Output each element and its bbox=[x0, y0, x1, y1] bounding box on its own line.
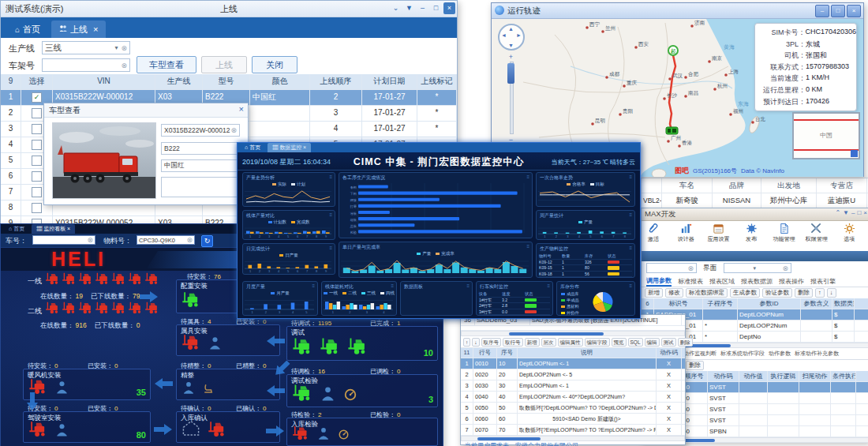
popup-field[interactable]: B222 bbox=[161, 142, 240, 155]
toolbar-button[interactable]: 层次 bbox=[541, 338, 556, 347]
checkbox[interactable]: ✓ bbox=[32, 92, 42, 103]
tab[interactable]: 标准系统动作字段 bbox=[720, 350, 765, 358]
tab-online[interactable]: 上线× bbox=[51, 21, 106, 38]
checkbox[interactable] bbox=[32, 187, 42, 197]
window-button[interactable]: × bbox=[863, 209, 867, 216]
checkbox[interactable] bbox=[32, 203, 42, 213]
toolbar-button[interactable]: 新增 bbox=[525, 338, 540, 347]
toolbar-button[interactable]: 删除 bbox=[795, 288, 813, 298]
checkbox[interactable] bbox=[32, 156, 42, 166]
table-row[interactable]: 7007070取数循环[?EmpLOOPNum? TO ?EmpLOOP2Num… bbox=[461, 425, 685, 436]
toolbar-button[interactable]: 测试 bbox=[661, 338, 676, 347]
interface-combo[interactable]: ▾⊗ bbox=[724, 263, 791, 273]
table-row[interactable]: 1001010DeptLOOPNum <- 1X bbox=[461, 358, 685, 369]
tab[interactable]: 动作参数 bbox=[769, 350, 791, 358]
line-select[interactable]: 三线 ▾ ⊗ bbox=[42, 41, 130, 54]
inset-minimap[interactable]: 中国 bbox=[792, 112, 860, 159]
toolbar-button[interactable]: 标准数据绑定 bbox=[686, 288, 728, 298]
h-scrollbar[interactable] bbox=[461, 331, 685, 336]
toolbar-chart[interactable]: 设计器 bbox=[674, 223, 697, 251]
button-车型查看[interactable]: 车型查看 bbox=[137, 56, 196, 73]
tab[interactable]: 标准报表 bbox=[678, 277, 703, 286]
toolbar-gear[interactable]: 选项 bbox=[838, 223, 861, 251]
button-关闭[interactable]: 关闭 bbox=[252, 56, 297, 73]
tab-board[interactable]: ▦ 监控看板 × bbox=[32, 224, 75, 234]
toolbar-button[interactable]: 新增 bbox=[645, 288, 663, 298]
h-scrollbar[interactable] bbox=[461, 436, 685, 441]
clear-icon[interactable]: ⊗ bbox=[230, 126, 237, 134]
zoom-thumb[interactable] bbox=[507, 63, 514, 84]
table-row[interactable]: 3003030EmpLOOPNum <- 1X bbox=[461, 380, 685, 392]
popup-field[interactable]: 中国红 bbox=[161, 159, 240, 172]
window-button[interactable]: – bbox=[815, 5, 829, 17]
toolbar-wrench[interactable]: 权限管理 bbox=[805, 223, 828, 251]
tab[interactable]: 报表操作 bbox=[779, 277, 804, 286]
table-row[interactable]: 4004040EmpLOOP2Num <- 40*?DeptLOOP2Num?X bbox=[461, 392, 685, 403]
toolbar-button[interactable]: 编辑属性 bbox=[558, 338, 583, 347]
toolbar-button[interactable]: 修改 bbox=[665, 288, 683, 298]
pan-control[interactable]: ▲ ▼ ◄ ► bbox=[498, 24, 525, 51]
toolbar-calendar[interactable]: 应用设置 bbox=[707, 223, 730, 251]
window-button[interactable]: ⌃ bbox=[835, 209, 840, 216]
max-titlebar[interactable]: MAX开发 ⌃▼–□× bbox=[642, 208, 868, 221]
window-button[interactable]: – bbox=[417, 2, 428, 14]
tab-home[interactable]: ⌂ 首页 bbox=[240, 143, 265, 152]
tab[interactable]: 报表数据源 bbox=[741, 277, 773, 286]
window-button[interactable]: □ bbox=[857, 209, 861, 216]
toolbar-button[interactable]: 编辑 bbox=[645, 338, 660, 347]
clear-icon[interactable]: ⊗ bbox=[687, 264, 694, 272]
window-button[interactable]: – bbox=[851, 209, 855, 216]
toolbar-button[interactable]: ↓ bbox=[472, 338, 479, 347]
checkbox[interactable] bbox=[32, 124, 42, 134]
vehicle-row[interactable]: VBL2-XC1新奇骏NISSAN郑州中心库蓝迪振U bbox=[642, 193, 868, 208]
toolbar-button[interactable]: 生成参数 bbox=[730, 288, 760, 298]
max-filter-input[interactable]: ⊗ bbox=[646, 263, 697, 273]
material-input[interactable]: CPC30-Q9K0⊗ bbox=[137, 235, 195, 245]
clear-icon[interactable]: ⊗ bbox=[186, 236, 193, 244]
toolbar-button[interactable]: 删除 bbox=[686, 361, 704, 370]
tab-monitor[interactable]: ▦ 数据监控 × bbox=[268, 143, 311, 152]
zoom-slider[interactable]: + − bbox=[507, 54, 514, 142]
popup-field[interactable] bbox=[161, 177, 240, 197]
test-titlebar[interactable]: 测试系统(演示) 上线 ⌄▼–□× bbox=[1, 1, 457, 17]
close-icon[interactable]: × bbox=[239, 104, 244, 114]
popup-field[interactable]: X0315B222W-000012⊗ bbox=[161, 124, 240, 137]
vin-input[interactable]: ⊗ bbox=[42, 58, 130, 72]
checkbox[interactable] bbox=[32, 108, 42, 118]
refresh-icon[interactable]: ↻ bbox=[201, 235, 213, 247]
window-button[interactable]: □ bbox=[430, 2, 442, 14]
toolbar-button[interactable]: 取序号 bbox=[481, 338, 502, 347]
checkbox[interactable] bbox=[32, 140, 42, 150]
clear-icon[interactable]: ⊗ bbox=[121, 62, 127, 69]
toolbar-button[interactable]: 取行号 bbox=[503, 338, 523, 347]
toolbar-button[interactable]: ↑ bbox=[463, 338, 470, 347]
car-input[interactable]: ⊗ bbox=[32, 235, 95, 245]
window-button[interactable]: ▼ bbox=[843, 209, 849, 216]
tab-home[interactable]: ⌂ 首页 bbox=[4, 224, 29, 234]
tab-home[interactable]: ⌂首页 bbox=[7, 21, 48, 38]
toolbar-button[interactable]: 编辑字段 bbox=[585, 338, 610, 347]
table-row[interactable]: 60060605910<SAD Demo 新建版()>X bbox=[461, 414, 685, 425]
toolbar-button[interactable]: SQL bbox=[628, 338, 643, 347]
toolbar-plug[interactable]: 发布 bbox=[739, 223, 762, 251]
clear-icon[interactable]: ⊗ bbox=[782, 264, 788, 272]
window-button[interactable]: × bbox=[443, 2, 455, 14]
inset-grid-icon[interactable] bbox=[851, 150, 858, 157]
popup-titlebar[interactable]: 车型查看 × bbox=[44, 103, 248, 118]
toolbar-button[interactable]: 验证参数 bbox=[762, 288, 792, 298]
tab[interactable]: 报表区域 bbox=[709, 277, 735, 286]
toolbar-button[interactable]: 预览 bbox=[612, 338, 627, 347]
tab[interactable]: 调用参数 bbox=[646, 276, 672, 287]
table-row[interactable]: 5005050取数循环[?DeptLOOPNum? TO ?DeptLOOP2N… bbox=[461, 403, 685, 414]
window-button[interactable]: □ bbox=[831, 5, 845, 17]
toolbar-button[interactable]: 删除 bbox=[678, 338, 693, 347]
window-button[interactable]: ⌄ bbox=[390, 2, 402, 14]
close-icon[interactable]: × bbox=[93, 24, 98, 34]
map-titlebar[interactable]: 运行轨迹 –□× bbox=[492, 3, 863, 19]
clear-icon[interactable]: ⊗ bbox=[121, 44, 127, 52]
toolbar-button[interactable]: ↑ bbox=[815, 288, 825, 298]
tab[interactable]: 报表引擎 bbox=[810, 277, 836, 286]
window-button[interactable]: × bbox=[847, 5, 861, 17]
window-button[interactable]: ▼ bbox=[403, 2, 415, 14]
table-row[interactable]: 2002020DeptLOOP2Num <- 5X bbox=[461, 369, 685, 380]
